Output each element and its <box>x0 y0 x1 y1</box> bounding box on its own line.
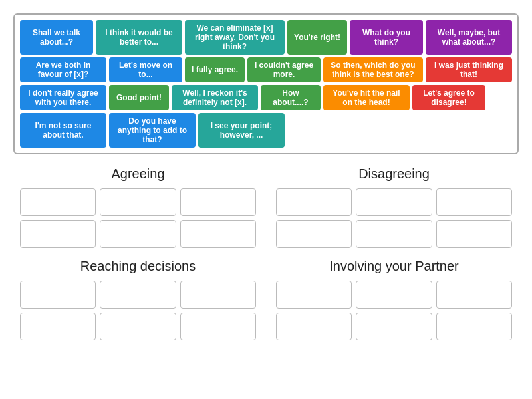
drop-cell[interactable] <box>276 281 352 309</box>
drop-grid-disagreeing <box>276 188 512 248</box>
drop-cell[interactable] <box>20 313 96 340</box>
phrase-card[interactable]: Shall we talk about...? <box>20 20 93 55</box>
drop-cell[interactable] <box>180 281 256 309</box>
phrase-card[interactable]: Let's move on to... <box>109 57 182 82</box>
sections-pair-bottom: Reaching decisions Involving your Partne… <box>13 259 519 340</box>
section-title-disagreeing: Disagreeing <box>276 166 512 182</box>
drop-cell[interactable] <box>20 188 96 216</box>
drop-cell[interactable] <box>276 313 352 340</box>
section-disagreeing: Disagreeing <box>276 166 512 248</box>
drop-cell[interactable] <box>100 188 176 216</box>
phrase-card[interactable]: I was just thinking that! <box>426 57 512 82</box>
sections-pair-top: Agreeing Disagreeing <box>13 166 519 248</box>
phrase-card[interactable]: You've hit the nail on the head! <box>323 85 410 110</box>
drop-cell[interactable] <box>356 313 432 340</box>
drop-cell[interactable] <box>20 281 96 309</box>
drop-cell[interactable] <box>100 220 176 248</box>
drop-cell[interactable] <box>180 313 256 340</box>
drop-cell[interactable] <box>100 313 176 340</box>
drop-cell[interactable] <box>20 220 96 248</box>
phrase-card[interactable]: What do you think? <box>350 20 423 55</box>
main-container: Shall we talk about...?I think it would … <box>0 0 532 347</box>
phrase-card[interactable]: I see your point; however, ... <box>198 113 285 148</box>
drop-cell[interactable] <box>436 188 512 216</box>
phrase-card[interactable]: I fully agree. <box>185 57 245 82</box>
card-bank: Shall we talk about...?I think it would … <box>13 13 519 154</box>
phrase-card[interactable]: I think it would be better to... <box>96 20 182 55</box>
section-agreeing: Agreeing <box>20 166 256 248</box>
drop-cell[interactable] <box>100 281 176 309</box>
phrase-card[interactable]: Well, maybe, but what about...? <box>426 20 512 55</box>
drop-grid-involving <box>276 281 512 340</box>
drop-cell[interactable] <box>356 281 432 309</box>
phrase-card[interactable]: So then, which do you think is the best … <box>323 57 423 82</box>
phrase-card[interactable]: I'm not so sure about that. <box>20 113 106 148</box>
phrase-card[interactable]: How about....? <box>261 85 321 110</box>
phrase-card[interactable]: I don't really agree with you there. <box>20 85 106 110</box>
section-title-reaching: Reaching decisions <box>20 259 256 274</box>
section-involving-partner: Involving your Partner <box>276 259 512 340</box>
phrase-card[interactable]: Good point! <box>109 85 169 110</box>
phrase-card[interactable]: Well, I reckon it's definitely not [x]. <box>172 85 258 110</box>
drop-cell[interactable] <box>180 188 256 216</box>
section-reaching-decisions: Reaching decisions <box>20 259 256 340</box>
phrase-card[interactable]: Do you have anything to add to that? <box>109 113 196 148</box>
section-title-involving: Involving your Partner <box>276 259 512 274</box>
phrase-card[interactable]: I couldn't agree more. <box>247 57 321 82</box>
phrase-card[interactable]: We can eliminate [x] right away. Don't y… <box>185 20 285 55</box>
drop-grid-agreeing <box>20 188 256 248</box>
phrase-card[interactable]: Let's agree to disagree! <box>412 85 485 110</box>
drop-cell[interactable] <box>276 220 352 248</box>
drop-cell[interactable] <box>436 313 512 340</box>
drop-cell[interactable] <box>276 188 352 216</box>
phrase-card[interactable]: You're right! <box>287 20 347 55</box>
drop-cell[interactable] <box>436 220 512 248</box>
phrase-card[interactable]: Are we both in favour of [x]? <box>20 57 106 82</box>
drop-cell[interactable] <box>356 188 432 216</box>
drop-cell[interactable] <box>180 220 256 248</box>
drop-grid-reaching <box>20 281 256 340</box>
drop-cell[interactable] <box>356 220 432 248</box>
section-title-agreeing: Agreeing <box>20 166 256 182</box>
drop-cell[interactable] <box>436 281 512 309</box>
sections-outer: Agreeing Disagreeing <box>13 166 519 340</box>
